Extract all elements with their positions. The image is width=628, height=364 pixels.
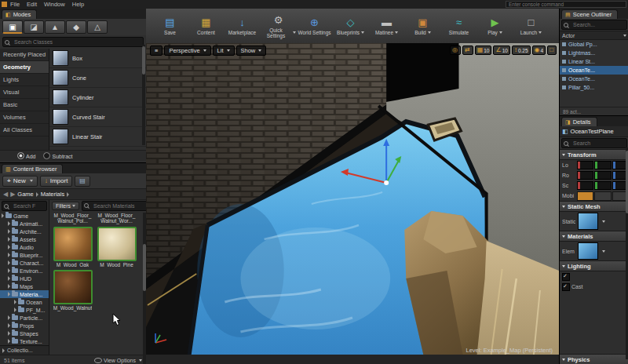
modes-search-input[interactable] <box>13 38 143 46</box>
outliner-row[interactable]: Linear St... <box>560 57 628 66</box>
folder-tree-item[interactable]: Props <box>0 322 49 329</box>
location-x-field[interactable] <box>577 161 593 169</box>
mode-category[interactable]: Basic <box>0 99 49 111</box>
snap-control[interactable]: ∠ 10 <box>493 46 509 55</box>
folder-tree-item[interactable]: Shapes <box>0 329 49 337</box>
asset-tile[interactable]: M_Wood_Floor_Walnut_Wor... <box>96 212 137 224</box>
placeable-item[interactable]: Cone <box>49 68 146 88</box>
expander-icon[interactable] <box>8 292 10 297</box>
gizmo-origin[interactable] <box>384 180 389 185</box>
toolbar-button[interactable]: ↓ Marketplace <box>225 10 260 42</box>
expander-icon[interactable] <box>14 308 16 312</box>
section-static-mesh[interactable]: Static Mesh <box>560 201 628 212</box>
expander-icon[interactable] <box>8 331 10 336</box>
outliner-row[interactable]: Lightmas... <box>560 49 628 57</box>
toolbar-button[interactable]: ◇ Blueprints <box>333 10 368 42</box>
forward-arrow-icon[interactable]: ▶ <box>10 191 15 198</box>
folder-tree-item[interactable]: Archite... <box>0 228 49 235</box>
expander-icon[interactable] <box>8 229 10 234</box>
mode-category[interactable]: Lights <box>0 74 49 86</box>
outliner-row[interactable]: OceanTe... <box>560 75 628 83</box>
material-thumbnail[interactable] <box>578 242 598 260</box>
rotation-x-field[interactable] <box>577 171 593 180</box>
lit-button[interactable]: Lit <box>213 46 235 56</box>
outliner-row[interactable]: Global Pp... <box>560 40 628 49</box>
folder-tree-item[interactable]: Ocean <box>0 298 49 306</box>
save-all-button[interactable]: ▤ <box>75 176 90 187</box>
mode-tool-button[interactable]: △ <box>87 20 108 34</box>
toolbar-button[interactable]: ⚙ Quick Settings <box>261 10 296 42</box>
expander-icon[interactable] <box>8 284 10 289</box>
toolbar-button[interactable]: ▶ Play <box>477 10 513 42</box>
chevron-down-icon[interactable] <box>602 220 605 223</box>
folder-tree-item[interactable]: Environ... <box>0 267 49 275</box>
asset-tile[interactable]: M_Wood_Pine <box>96 227 137 268</box>
filters-button[interactable]: Filters <box>52 202 79 210</box>
mode-category[interactable]: Visual <box>0 86 49 99</box>
toolbar-button[interactable]: ≈ Simulate <box>441 10 476 42</box>
selected-object-row[interactable]: ◧ OceanTestPlane <box>560 126 628 137</box>
expander-icon[interactable] <box>8 323 10 328</box>
mode-tool-button[interactable]: ◆ <box>66 20 86 34</box>
expander-icon[interactable] <box>14 300 16 304</box>
asset-tile[interactable]: M_Wood_Floor_Walnut_Pol... <box>52 212 93 224</box>
snap-control[interactable]: ▦ 10 <box>475 46 492 55</box>
tab-content-browser[interactable]: ▥ Content Browser <box>2 164 63 173</box>
expander-icon[interactable] <box>8 221 10 226</box>
section-physics[interactable]: Physics <box>560 354 628 364</box>
viewport-3d-scene[interactable] <box>146 43 559 355</box>
toolbar-button[interactable]: ▣ Build <box>405 10 440 42</box>
console-command-input[interactable] <box>506 1 626 8</box>
folder-tree-item[interactable]: Materia... <box>0 290 49 298</box>
mode-tool-button[interactable]: ▲ <box>45 20 65 34</box>
mode-category[interactable]: Geometry <box>0 61 49 74</box>
cast-checkbox[interactable] <box>562 283 570 291</box>
expander-icon[interactable] <box>8 237 10 242</box>
menu-item[interactable]: Window <box>44 1 65 8</box>
expander-icon[interactable] <box>8 276 10 281</box>
snap-control[interactable]: ⇄ <box>462 46 473 55</box>
show-button[interactable]: Show <box>236 46 267 56</box>
details-search-input[interactable] <box>571 140 626 147</box>
asset-tile[interactable]: M_Wood_Oak <box>52 227 93 268</box>
expander-icon[interactable] <box>8 253 10 257</box>
expander-icon[interactable] <box>8 268 10 273</box>
scale-x-field[interactable] <box>577 181 593 190</box>
outliner-column-header[interactable]: Actor <box>560 31 628 40</box>
mode-category[interactable]: Volumes <box>0 111 49 124</box>
outliner-search-input[interactable] <box>571 21 626 28</box>
folder-tree-item[interactable]: Charact... <box>0 259 49 267</box>
static-mesh-thumbnail[interactable] <box>578 213 598 230</box>
folder-tree-item[interactable]: Blueprir... <box>0 251 49 259</box>
expander-icon[interactable] <box>8 245 10 249</box>
rotation-y-field[interactable] <box>594 171 611 180</box>
location-y-field[interactable] <box>594 161 611 169</box>
toolbar-button[interactable]: ▦ Content <box>188 10 224 42</box>
snap-control[interactable]: ↕ 0.25 <box>512 46 531 55</box>
snap-control[interactable]: □ <box>547 46 557 55</box>
subtract-radio[interactable]: Subtract <box>43 152 72 159</box>
folder-tree-item[interactable]: Texture... <box>0 337 49 345</box>
toolbar-button[interactable]: □ Launch <box>513 10 549 42</box>
section-transform[interactable]: Transform <box>560 149 628 160</box>
section-materials[interactable]: Materials <box>560 231 628 242</box>
folder-tree-item[interactable]: Animati... <box>0 220 49 228</box>
folder-tree-item[interactable]: Particle... <box>0 314 49 322</box>
add-radio[interactable]: Add <box>17 152 35 159</box>
back-arrow-icon[interactable]: ◀ <box>3 191 8 198</box>
chevron-down-icon[interactable] <box>602 250 605 253</box>
mode-category[interactable]: All Classes <box>0 124 49 136</box>
mode-tool-button[interactable]: ◪ <box>24 20 44 34</box>
outliner-row[interactable]: Pillar_50... <box>560 83 628 92</box>
lighting-checkbox[interactable] <box>562 273 570 281</box>
toolbar-button[interactable]: ▤ Save <box>152 10 188 42</box>
import-button[interactable]: ↓ Import <box>40 176 73 187</box>
mode-category[interactable]: Recently Placed <box>0 49 49 61</box>
tab-modes[interactable]: ◧ Modes <box>2 9 37 19</box>
menu-item[interactable]: Help <box>72 1 84 8</box>
asset-tile[interactable]: M_Wood_Walnut <box>52 270 93 311</box>
folder-tree-item[interactable]: Game <box>0 212 49 220</box>
expander-icon[interactable] <box>8 315 10 320</box>
mode-tool-button[interactable]: ▣ <box>2 20 23 34</box>
modes-scrollbar[interactable] <box>142 45 145 145</box>
